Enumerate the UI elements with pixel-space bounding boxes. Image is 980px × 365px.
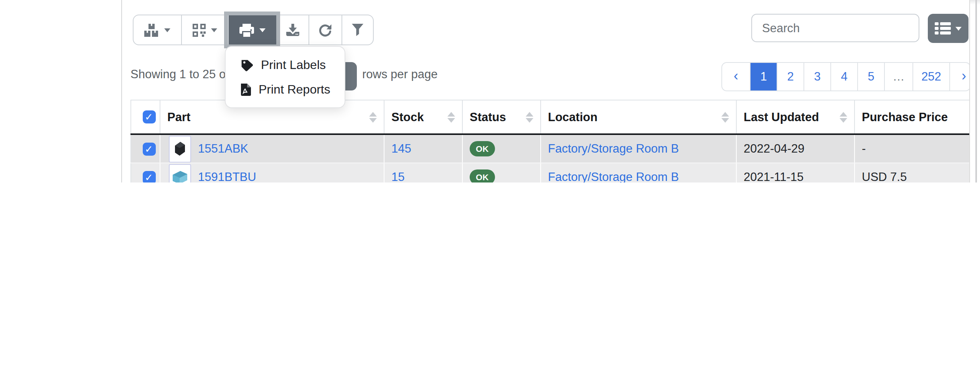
column-header-location[interactable]: Location	[541, 100, 736, 134]
pagination: ‹12345…252›	[721, 62, 970, 91]
sort-asc-icon	[526, 112, 533, 116]
purchase-price-cell: USD 7.5	[855, 163, 970, 182]
pagination-page-2[interactable]: 2	[777, 63, 803, 90]
sort-arrows-icon[interactable]	[526, 112, 533, 122]
print-dropdown-menu: Print LabelsPrint Reports	[225, 46, 345, 108]
sort-asc-icon	[840, 112, 847, 116]
column-label: Stock	[391, 110, 424, 123]
refresh-table-button[interactable]	[309, 15, 342, 44]
pagination-ellipsis: …	[884, 63, 912, 90]
part-cell-inner: 1551ABK	[167, 135, 384, 162]
sort-desc-icon	[721, 118, 729, 122]
stock-wrap: 15	[391, 170, 462, 182]
row-checkbox[interactable]: ✓	[142, 142, 155, 155]
menu-item-print-reports[interactable]: Print Reports	[226, 77, 345, 102]
pagination-page-4[interactable]: 4	[830, 63, 857, 90]
select-all-header-cell: ✓	[131, 100, 160, 134]
column-header-last-updated[interactable]: Last Updated	[736, 100, 855, 134]
last-updated-cell: 2021-11-15	[736, 163, 855, 182]
showing-rows-text: Showing 1 to 25 o	[130, 67, 226, 81]
download-data-button[interactable]	[276, 15, 309, 44]
column-label: Location	[548, 110, 597, 123]
pagination-prev[interactable]: ‹	[722, 63, 750, 90]
sort-arrows-icon[interactable]	[447, 112, 455, 122]
pagination-page-252[interactable]: 252	[912, 63, 949, 90]
stock-link[interactable]: 145	[391, 142, 411, 156]
column-label: Status	[470, 110, 506, 123]
barcode-actions-button[interactable]	[181, 15, 228, 44]
chevron-down-icon	[259, 28, 266, 35]
printer-icon	[239, 23, 254, 36]
row-select-cell: ✓	[131, 163, 160, 182]
column-label: Purchase Price	[862, 110, 948, 123]
tag-icon	[241, 59, 253, 71]
part-cell: 1591BTBU	[160, 163, 384, 182]
sort-desc-icon	[369, 118, 377, 122]
menu-item-print-labels[interactable]: Print Labels	[226, 53, 345, 77]
page: Showing 1 to 25 o rows per page ‹12345…2…	[0, 0, 980, 182]
part-link[interactable]: 1591BTBU	[198, 170, 256, 182]
status-cell: OK	[462, 163, 541, 182]
column-label: Last Updated	[744, 110, 819, 123]
stock-table: ✓PartStockStatusLocationLast UpdatedPurc…	[130, 100, 970, 182]
part-cell: 1551ABK	[160, 134, 384, 163]
pdf-icon	[241, 84, 251, 96]
table-row: ✓1551ABK145OKFactory/Storage Room B2022-…	[131, 134, 970, 163]
download-icon	[286, 24, 299, 36]
search-input[interactable]	[751, 14, 919, 42]
row-select-cell: ✓	[131, 134, 160, 163]
part-link[interactable]: 1551ABK	[198, 142, 248, 156]
last-updated-cell: 2022-04-29	[736, 134, 855, 163]
scrollbar-track[interactable]	[975, 0, 977, 182]
pagination-next[interactable]: ›	[949, 63, 970, 90]
sort-desc-icon	[447, 118, 455, 122]
chevron-down-icon	[955, 27, 962, 34]
content-panel: Showing 1 to 25 o rows per page ‹12345…2…	[121, 0, 970, 182]
row-checkbox[interactable]: ✓	[142, 171, 155, 182]
table-list-icon	[935, 22, 951, 35]
pagination-page-5[interactable]: 5	[857, 63, 884, 90]
filter-icon	[351, 24, 364, 36]
sort-arrows-icon[interactable]	[840, 112, 847, 122]
blue-box-thumb	[169, 164, 191, 182]
location-cell: Factory/Storage Room B	[541, 134, 736, 163]
stock-wrap: 145	[391, 142, 462, 156]
sort-asc-icon	[447, 112, 455, 116]
boxes-icon	[144, 23, 159, 36]
status-badge: OK	[470, 169, 495, 182]
column-label: Part	[167, 110, 190, 123]
sort-desc-icon	[526, 118, 533, 122]
stock-link[interactable]: 15	[391, 170, 405, 182]
table-toolbar	[133, 15, 374, 45]
select-all-checkbox[interactable]: ✓	[142, 110, 155, 123]
table-row: ✓1591BTBU15OKFactory/Storage Room B2021-…	[131, 163, 970, 182]
chevron-down-icon	[211, 28, 217, 35]
qrcode-icon	[193, 23, 206, 36]
location-cell: Factory/Storage Room B	[541, 163, 736, 182]
sort-arrows-icon[interactable]	[369, 112, 377, 122]
filter-table-button[interactable]	[342, 15, 373, 44]
rows-per-page-label: rows per page	[362, 67, 437, 81]
sort-asc-icon	[721, 112, 729, 116]
sort-desc-icon	[840, 118, 847, 122]
pagination-page-3[interactable]: 3	[803, 63, 830, 90]
location-link[interactable]: Factory/Storage Room B	[548, 142, 679, 155]
location-link[interactable]: Factory/Storage Room B	[548, 170, 679, 182]
refresh-icon	[318, 23, 332, 36]
stock-cell: 15	[384, 163, 462, 182]
columns-button[interactable]	[928, 14, 968, 43]
column-header-purchase-price: Purchase Price	[855, 100, 970, 134]
column-header-status[interactable]: Status	[462, 100, 541, 134]
print-reports-label: Print Reports	[259, 83, 330, 97]
chevron-down-icon	[164, 28, 170, 35]
stock-options-button[interactable]	[134, 15, 181, 44]
status-cell: OK	[462, 134, 541, 163]
sort-asc-icon	[369, 112, 377, 116]
status-badge: OK	[470, 141, 495, 156]
printing-actions-button[interactable]	[228, 15, 276, 44]
stock-cell: 145	[384, 134, 462, 163]
sort-arrows-icon[interactable]	[721, 112, 729, 122]
pagination-page-1[interactable]: 1	[750, 63, 777, 90]
column-header-stock[interactable]: Stock	[384, 100, 462, 134]
black-box-thumb	[169, 135, 191, 162]
